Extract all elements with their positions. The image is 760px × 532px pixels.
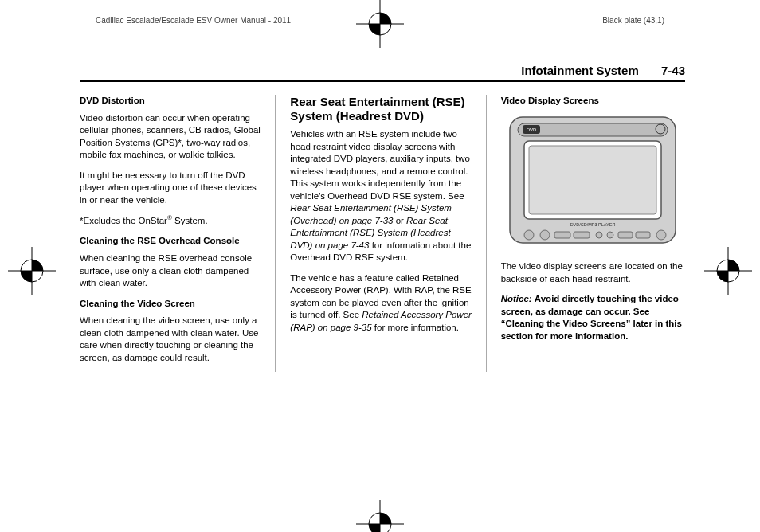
cleaning-video-heading: Cleaning the Video Screen (80, 298, 264, 311)
dvd-distortion-heading: DVD Distortion (80, 95, 264, 108)
svg-point-20 (540, 230, 550, 240)
column-1: DVD Distortion Video distortion can occu… (80, 95, 276, 372)
svg-rect-21 (554, 232, 570, 238)
bottom-registration-mark (356, 500, 404, 532)
column-2: Rear Seat Entertainment (RSE) System (He… (290, 95, 486, 372)
section-header: Infotainment System 7-43 (80, 64, 685, 82)
svg-rect-18 (529, 146, 656, 214)
svg-point-5 (369, 513, 391, 532)
page-number: 7-43 (661, 64, 685, 77)
section-title: Infotainment System (521, 64, 639, 77)
column-3: Video Display Screens DVD DVD/CD/MP3 PLA… (501, 95, 685, 372)
svg-rect-25 (618, 232, 633, 238)
video-display-notice: Notice: Avoid directly touching the vide… (501, 293, 685, 342)
rse-p1: Vehicles with an RSE system include two … (290, 128, 474, 264)
svg-rect-26 (636, 232, 650, 238)
onstar-note: *Excludes the OnStar® System. (80, 214, 264, 227)
cleaning-video-p: When cleaning the video screen, use only… (80, 315, 264, 364)
manual-title: Cadillac Escalade/Escalade ESV Owner Man… (96, 16, 291, 25)
cleaning-overhead-p: When cleaning the RSE overhead console s… (80, 252, 264, 290)
dvd-distortion-p2: It might be necessary to turn off the DV… (80, 170, 264, 207)
left-registration-mark (8, 247, 56, 295)
dvd-distortion-p1: Video distortion can occur when operatin… (80, 112, 264, 162)
right-registration-mark (704, 247, 752, 295)
svg-text:DVD: DVD (527, 127, 537, 132)
top-header: Cadillac Escalade/Escalade ESV Owner Man… (0, 16, 760, 25)
video-display-p1: The video display screens are located on… (501, 260, 685, 285)
headrest-dvd-illustration: DVD DVD/CD/MP3 PLAYER (505, 112, 680, 248)
svg-point-19 (524, 230, 534, 240)
notice-label: Notice: (501, 294, 532, 303)
svg-rect-22 (574, 232, 590, 238)
svg-point-27 (656, 230, 666, 240)
svg-rect-13 (518, 123, 668, 136)
video-display-figure: DVD DVD/CD/MP3 PLAYER (501, 112, 685, 252)
svg-point-24 (607, 232, 613, 238)
svg-point-8 (21, 260, 43, 282)
cleaning-overhead-heading: Cleaning the RSE Overhead Console (80, 235, 264, 248)
rse-system-heading: Rear Seat Entertainment (RSE) System (He… (290, 95, 474, 123)
svg-point-23 (596, 232, 602, 238)
rse-p2: The vehicle has a feature called Retaine… (290, 272, 474, 334)
video-display-heading: Video Display Screens (501, 95, 685, 108)
svg-point-11 (717, 260, 739, 282)
plate-info: Black plate (43,1) (602, 16, 664, 25)
figure-label: DVD/CD/MP3 PLAYER (570, 222, 616, 227)
